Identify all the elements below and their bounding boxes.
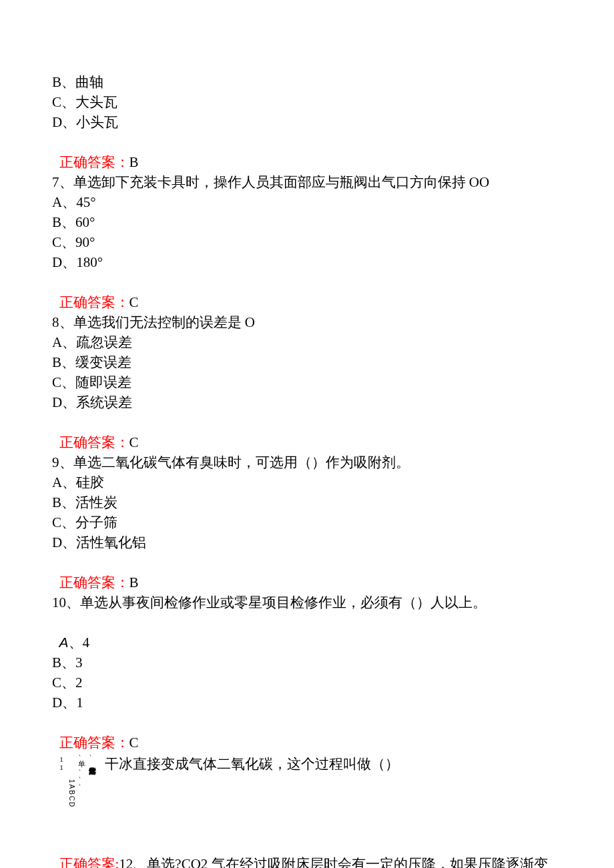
q11-stem-right: 干冰直接变成气体二氧化碳，这个过程叫做（） [102, 754, 562, 774]
q9-option-c: C、分子筛 [52, 512, 562, 532]
q11-marks-col: 单、、、、、 [78, 754, 86, 791]
q10-option-a-letter: A [59, 634, 69, 650]
q11-answer-and-q12-stem-line1: 正确答案:12、单选?CO2 气在经过吸附床层时会有一定的压降，如果压降逐渐变 [52, 834, 562, 868]
answer-value: B [129, 574, 139, 590]
q11-number-col: 11 [57, 754, 65, 771]
q8-answer: 正确答案：C [52, 412, 562, 452]
q11-letters-col: 1ABCD [68, 779, 75, 808]
q7-option-d: D、180° [52, 252, 562, 272]
q11-options-col: 、化华发解熔升蒸溶 [89, 754, 97, 761]
q6-option-c: C、大头瓦 [52, 92, 562, 112]
answer-label: 正确答案: [59, 856, 119, 868]
answer-value: C [129, 735, 139, 751]
q10-answer: 正确答案：C [52, 713, 562, 753]
q11-block: 11 1ABCD 单、、、、、 、化华发解熔升蒸溶 干冰直接变成气体二氧化碳，这… [52, 753, 562, 834]
answer-label: 正确答案： [59, 574, 129, 590]
answer-label: 正确答案： [59, 294, 129, 310]
q6-option-b: B、曲轴 [52, 72, 562, 92]
q8-option-b: B、缓变误差 [52, 352, 562, 372]
q9-stem: 9、单选二氧化碳气体有臭味时，可选用（）作为吸附剂。 [52, 452, 562, 472]
q6-answer: 正确答案：B [52, 132, 562, 172]
q7-answer: 正确答案：C [52, 272, 562, 312]
q8-option-d: D、系统误差 [52, 392, 562, 412]
q10-option-c: C、2 [52, 673, 562, 693]
q11-vertical-cluster: 11 1ABCD 单、、、、、 、化华发解熔升蒸溶 [52, 754, 102, 834]
answer-label: 正确答案： [59, 154, 129, 170]
answer-value: C [129, 294, 139, 310]
q9-option-a: A、硅胶 [52, 472, 562, 492]
q8-option-c: C、随即误差 [52, 372, 562, 392]
q7-option-c: C、90° [52, 232, 562, 252]
q9-answer: 正确答案：B [52, 552, 562, 592]
q9-option-b: B、活性炭 [52, 492, 562, 512]
q6-option-d: D、小头瓦 [52, 112, 562, 132]
q9-option-d: D、活性氧化铝 [52, 532, 562, 552]
q8-stem: 8、单选我们无法控制的误差是 O [52, 312, 562, 332]
answer-value: B [129, 154, 139, 170]
answer-label: 正确答案： [59, 735, 129, 751]
q10-option-d: D、1 [52, 693, 562, 713]
answer-value: C [129, 434, 139, 450]
q12-stem-part1: 12、单选?CO2 气在经过吸附床层时会有一定的压降，如果压降逐渐变 [119, 856, 547, 868]
q10-option-b: B、3 [52, 653, 562, 673]
q10-option-a-rest: 、4 [69, 634, 90, 650]
answer-label: 正确答案： [59, 434, 129, 450]
q7-stem: 7、单选卸下充装卡具时，操作人员其面部应与瓶阀出气口方向保持 OO [52, 172, 562, 192]
q7-option-a: A、45° [52, 192, 562, 212]
q10-option-a: A、4 [52, 612, 562, 653]
q8-option-a: A、疏忽误差 [52, 332, 562, 352]
q7-option-b: B、60° [52, 212, 562, 232]
q10-stem: 10、单选从事夜间检修作业或零星项目检修作业，必须有（）人以上。 [52, 592, 562, 612]
